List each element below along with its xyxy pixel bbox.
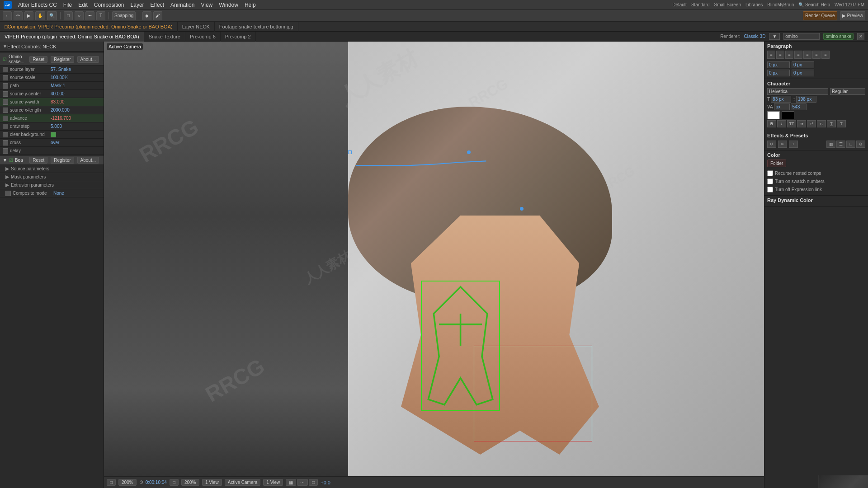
param-eye4[interactable] [3, 91, 8, 97]
caps-btn[interactable]: TT [787, 120, 796, 127]
ray-dynamic-title[interactable]: Ray Dynamic Color [767, 197, 865, 203]
boa-source-params[interactable]: ▶ Source parameters [0, 165, 104, 173]
align-center[interactable]: ≡ [776, 51, 784, 59]
boa-register[interactable]: Register [51, 157, 74, 164]
param-eye11[interactable] [3, 148, 8, 154]
zoom-level[interactable]: 200% [118, 479, 137, 486]
toolbar-pen[interactable]: ✏ [14, 11, 23, 20]
align-justify-r[interactable]: ≡ [812, 51, 821, 59]
param-eye7[interactable] [3, 116, 8, 121]
param-path-value[interactable]: Mask 1 [51, 83, 65, 88]
align-left[interactable]: ≡ [767, 51, 775, 59]
sub-tab-snake[interactable]: Snake Texture [144, 32, 185, 42]
menu-edit[interactable]: Edit [78, 2, 88, 8]
menu-view[interactable]: View [201, 2, 212, 8]
menu-help[interactable]: Help [245, 2, 256, 8]
param-delay[interactable]: delay [0, 147, 104, 155]
color-title[interactable]: Color [767, 152, 865, 158]
italic-btn[interactable]: I [777, 120, 786, 127]
menu-aftereffects[interactable]: After Effects CC [18, 2, 57, 8]
param-clearbg-check[interactable] [51, 132, 56, 137]
tab-layer-neck[interactable]: Layer NECK [178, 22, 215, 32]
menu-window[interactable]: Window [219, 2, 238, 8]
tracking-input2[interactable] [791, 103, 807, 110]
param-eye[interactable] [3, 67, 8, 72]
boa-about[interactable]: About... [77, 157, 99, 164]
underline-btn[interactable]: T [827, 120, 836, 127]
toolbar-rect[interactable]: □ [64, 11, 73, 20]
folder-view-icon[interactable]: □ [846, 141, 855, 148]
folder-btn[interactable]: Folder [767, 160, 786, 167]
renderer-dropdown[interactable]: ▼ [769, 33, 780, 40]
reset-btn[interactable]: Reset [29, 56, 47, 63]
color-fill-swatch[interactable] [767, 111, 780, 119]
expression-checkbox[interactable] [767, 187, 773, 192]
bold-btn[interactable]: B [767, 120, 776, 127]
toolbar-zoom[interactable]: 🔍 [47, 11, 57, 20]
boa-composite-value[interactable]: None [53, 191, 64, 196]
tab-footage[interactable]: Footage snake texture bottom.jpg [215, 22, 298, 32]
sub-tab-precomp2[interactable]: Pre-comp 2 [221, 32, 256, 42]
current-time[interactable]: 0:00:10:04 [146, 480, 167, 485]
sub-tab-viper[interactable]: VIPER Precomp (plugin needed: Omino Snak… [0, 32, 144, 42]
smallcaps-btn[interactable]: Tt [797, 120, 806, 127]
margin-right-input[interactable] [792, 61, 814, 68]
snapping-btn[interactable]: Snapping [112, 11, 136, 20]
param-cross[interactable]: cross over [0, 139, 104, 147]
toolbar-text[interactable]: T [96, 11, 105, 20]
active-camera[interactable]: Active Camera [225, 479, 261, 486]
view-mode[interactable]: 1 View [202, 479, 222, 486]
param-ycenter-value[interactable]: 40.000 [51, 91, 65, 96]
param-eye9[interactable] [3, 132, 8, 137]
boa-reset[interactable]: Reset [29, 157, 47, 164]
param-cross-value[interactable]: over [51, 140, 59, 145]
font-family-input[interactable] [767, 88, 828, 95]
mask-btn[interactable]: □ [309, 479, 318, 486]
viewport-expand[interactable]: □ [107, 479, 116, 486]
workspace-blindmybrain[interactable]: BlindMyBrain [767, 2, 794, 7]
plugin-checkbox[interactable]: ☑ [3, 57, 7, 62]
swatch-checkbox[interactable] [767, 178, 773, 184]
margin-left-input[interactable] [767, 61, 790, 68]
workspace-standard[interactable]: Standard [691, 2, 710, 7]
add-icon[interactable]: + [789, 141, 798, 148]
param-advance[interactable]: advance -1216.700 [0, 114, 104, 122]
param-source-scale-value[interactable]: 100.00% [51, 75, 68, 80]
grid-btn[interactable]: ⋯ [297, 479, 308, 486]
control-point-3[interactable] [520, 207, 524, 211]
grid-view-icon[interactable]: ▦ [826, 141, 835, 148]
render-btn[interactable]: □ [170, 479, 179, 486]
recurse-checkbox[interactable] [767, 170, 773, 176]
toolbar-hand[interactable]: ✋ [35, 11, 45, 20]
effects-search[interactable]: omino [783, 33, 820, 40]
param-eye10[interactable] [3, 140, 8, 145]
workspace-libraries[interactable]: Libraries [745, 2, 763, 7]
toolbar-pen2[interactable]: ✒ [85, 11, 94, 20]
param-xlength[interactable]: source x-length 2000.000 [0, 106, 104, 114]
align-justify-c[interactable]: ≡ [803, 51, 811, 59]
menu-animation[interactable]: Animation [170, 2, 194, 8]
boa-composite-mode[interactable]: Composite mode None [0, 189, 104, 197]
param-drawstep[interactable]: draw step 5.000 [0, 122, 104, 131]
about-btn[interactable]: About... [77, 56, 99, 63]
workspace-default[interactable]: Default [672, 2, 687, 7]
align-justify-l[interactable]: ≡ [794, 51, 802, 59]
workspace-small[interactable]: Small Screen [714, 2, 741, 7]
param-path[interactable]: path Mask 1 [0, 82, 104, 90]
param-eye2[interactable] [3, 75, 8, 80]
param-source-layer-value[interactable]: 57. Snake [51, 67, 71, 72]
strikethrough-btn[interactable]: T [837, 120, 846, 127]
margin-bottom-input[interactable] [792, 70, 814, 76]
render-queue-btn[interactable]: Render Queue [803, 11, 837, 20]
toolbar-paint[interactable]: 🖌 [153, 11, 162, 20]
quality-full[interactable]: 200% [181, 479, 199, 486]
register-btn[interactable]: Register [51, 56, 74, 63]
list-view-icon[interactable]: ☰ [836, 141, 845, 148]
boa-checkbox[interactable]: ☑ [9, 158, 13, 163]
renderer-value[interactable]: Classic 3D [744, 34, 766, 39]
brush-icon[interactable]: ✏ [778, 141, 787, 148]
param-ywidth-value[interactable]: 83.000 [51, 99, 65, 104]
menu-composition[interactable]: Composition [94, 2, 124, 8]
viewport-content[interactable]: RRCG RRCG 人人素材 人人素材 RRCG 人人素材 RRCG [104, 42, 764, 476]
view-count[interactable]: 1 View [263, 479, 283, 486]
